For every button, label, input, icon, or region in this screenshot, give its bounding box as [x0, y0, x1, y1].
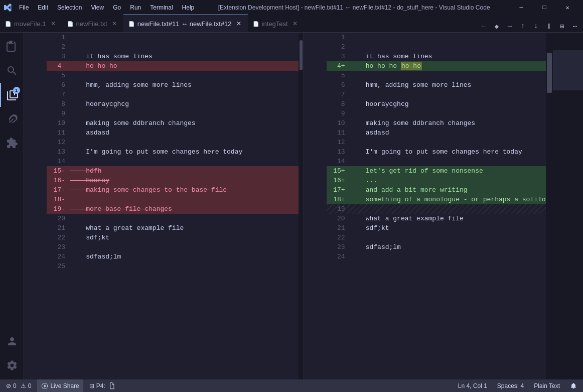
minimize-button[interactable]: ─	[510, 0, 533, 15]
status-errors[interactable]: ⊘ 0 ⚠ 0	[4, 379, 33, 392]
tab-close-button[interactable]: ✕	[291, 20, 299, 28]
status-p4[interactable]: ⊟ P4:	[87, 379, 117, 392]
menu-edit[interactable]: Edit	[34, 3, 52, 12]
menu-help[interactable]: Help	[178, 3, 199, 12]
tab-label: newFile.txt#11 ↔ newFile.txt#12	[137, 20, 232, 28]
minimap	[553, 33, 583, 379]
code-line	[349, 33, 546, 42]
table-row: 17+ and add a bit more writing	[327, 185, 546, 195]
line-number: 12	[327, 138, 349, 147]
activity-settings[interactable]	[0, 353, 24, 377]
line-number: 19	[327, 204, 349, 214]
titlebar: File Edit Selection View Go Run Terminal…	[0, 0, 583, 15]
nav-layout-button[interactable]: ⊞	[556, 20, 568, 32]
code-line: sdfasd;lm	[69, 252, 299, 262]
table-row: 14	[47, 157, 299, 166]
nav-forward-button[interactable]: →	[504, 20, 516, 32]
left-editor-content[interactable]: 123 it has some lines4- ho ho ho56 hmm, …	[24, 33, 304, 379]
line-number: 20	[47, 214, 69, 223]
nav-down-button[interactable]: ↓	[530, 20, 542, 32]
table-row: 22	[327, 233, 546, 242]
code-line: it has some lines	[349, 52, 546, 61]
line-number: 1	[327, 33, 349, 42]
activity-run[interactable]	[0, 107, 24, 131]
left-code-area[interactable]: 123 it has some lines4- ho ho ho56 hmm, …	[47, 33, 299, 379]
status-right: Ln 4, Col 1 Spaces: 4 Plain Text	[456, 379, 579, 392]
nav-up-button[interactable]: ↑	[517, 20, 529, 32]
tab-close-button[interactable]: ✕	[110, 20, 118, 28]
left-scrollbar[interactable]	[299, 33, 304, 379]
code-line	[349, 90, 546, 99]
nav-split-button[interactable]: ⫿	[543, 20, 555, 32]
code-line	[349, 138, 546, 147]
close-button[interactable]: ✕	[556, 0, 579, 15]
code-line	[349, 252, 546, 262]
table-row: 9	[327, 109, 546, 118]
table-row: 11 asdasd	[47, 128, 299, 138]
menu-view[interactable]: View	[87, 3, 108, 12]
activity-accounts[interactable]	[0, 329, 24, 353]
activity-explorer[interactable]	[0, 35, 24, 59]
tab-integtest[interactable]: 📄 integTest ✕	[248, 15, 304, 32]
line-number: 3	[327, 52, 349, 61]
activity-search[interactable]	[0, 59, 24, 83]
activity-extensions[interactable]	[0, 131, 24, 155]
menu-run[interactable]: Run	[126, 3, 145, 12]
code-line: hmm, adding some more lines	[69, 80, 299, 90]
code-line	[69, 42, 299, 52]
bell-icon	[570, 382, 577, 389]
nav-pin-button[interactable]: ◆	[491, 20, 503, 32]
tab-close-button[interactable]: ✕	[235, 20, 243, 28]
table-row: 3 it has some lines	[327, 52, 546, 61]
status-language[interactable]: Plain Text	[532, 379, 562, 392]
left-scrollbar-thumb[interactable]	[300, 40, 303, 70]
table-row: 12	[327, 138, 546, 147]
status-notifications[interactable]	[568, 379, 579, 392]
warning-icon: ⚠	[21, 382, 26, 389]
tab-diff[interactable]: 📄 newFile.txt#11 ↔ newFile.txt#12 ✕	[123, 15, 248, 32]
right-scrollbar-thumb[interactable]	[547, 53, 552, 93]
code-line	[69, 214, 299, 223]
tab-movefile[interactable]: 📄 moveFile.1 ✕	[0, 15, 62, 32]
code-line: making some changes to the base file	[69, 185, 299, 195]
code-line	[69, 109, 299, 118]
table-row: 20	[47, 214, 299, 223]
status-position[interactable]: Ln 4, Col 1	[456, 379, 489, 392]
line-number: 18+	[327, 195, 349, 204]
right-scrollbar[interactable]	[546, 33, 553, 379]
live-share-button[interactable]: Live Share	[37, 379, 83, 392]
line-number: 14	[47, 157, 69, 166]
window-title: [Extension Development Host] - newFile.t…	[198, 4, 510, 11]
line-number: 25	[47, 262, 69, 271]
code-line: ho ho ho	[69, 61, 299, 71]
table-row: 22 sdf;kt	[47, 233, 299, 242]
line-number: 23	[327, 242, 349, 252]
line-number: 15-	[47, 166, 69, 176]
menu-file[interactable]: File	[15, 3, 33, 12]
right-editor-content[interactable]: 123 it has some lines4+ ho ho ho ho ho56…	[304, 33, 584, 379]
menu-selection[interactable]: Selection	[53, 3, 86, 12]
table-row: 15+ let's get rid of some nonsense	[327, 166, 546, 176]
status-spaces[interactable]: Spaces: 4	[495, 379, 526, 392]
activity-scm[interactable]: 1	[0, 83, 24, 107]
nav-back-button[interactable]: ←	[478, 20, 490, 32]
nav-more-button[interactable]: ⋯	[569, 20, 581, 32]
line-number: 24	[47, 252, 69, 262]
right-code-area[interactable]: 123 it has some lines4+ ho ho ho ho ho56…	[327, 33, 546, 379]
maximize-button[interactable]: □	[533, 0, 556, 15]
menu-terminal[interactable]: Terminal	[146, 3, 177, 12]
table-row: 3 it has some lines	[47, 52, 299, 61]
line-number: 16+	[327, 176, 349, 185]
tab-close-button[interactable]: ✕	[49, 20, 57, 28]
code-line	[69, 90, 299, 99]
table-row: 18-	[47, 195, 299, 204]
tab-newfile[interactable]: 📄 newFile.txt ✕	[62, 15, 123, 32]
code-line	[349, 233, 546, 242]
menu-go[interactable]: Go	[109, 3, 125, 12]
table-row: 19- more base file changes	[47, 204, 299, 214]
window-controls: ─ □ ✕	[510, 0, 579, 15]
activity-bar: 1	[0, 33, 24, 379]
table-row: 25	[47, 262, 299, 271]
code-line: ho ho ho ho ho	[349, 61, 546, 71]
right-line-numbers	[304, 33, 327, 379]
